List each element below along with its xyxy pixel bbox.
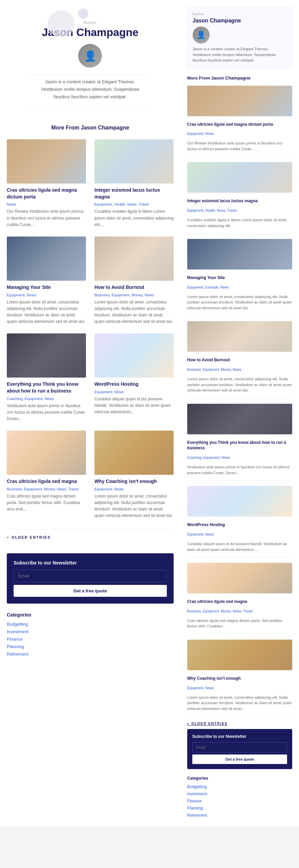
avatar-img: 👤 xyxy=(78,44,102,68)
sidebar-article-categories[interactable]: Business, Equipment, Money, News xyxy=(187,368,292,371)
sidebar-email-input[interactable] xyxy=(192,742,287,752)
article-excerpt: Curabitur sodales ligula in libero Lorem… xyxy=(94,208,174,228)
sidebar-article-title: Managing Your Site xyxy=(187,275,292,281)
decorative-bubble-1 xyxy=(48,10,75,37)
sidebar-newsletter-title: Subscribe to our Newsletter xyxy=(192,734,287,739)
sidebar-article-image xyxy=(187,86,292,116)
sidebar-categories: Categories Budgetting Investment Finance… xyxy=(187,776,292,818)
sidebar-category-link[interactable]: Budgetting xyxy=(187,784,207,789)
avatar: 👤 xyxy=(78,44,102,68)
sidebar-article-title: Cras ultricies ligula sed magna dictum p… xyxy=(187,122,292,127)
article-image xyxy=(7,333,86,378)
article-categories[interactable]: News xyxy=(7,202,86,206)
sidebar-article-categories[interactable]: Equipment, News xyxy=(187,533,292,536)
article-categories[interactable]: Equipment, News xyxy=(94,390,174,394)
sidebar-article: WordPress Hosting Equipment, News Curabi… xyxy=(187,486,292,558)
article-card: Why Coaching isn't enough Equipment, New… xyxy=(94,431,174,519)
newsletter-button[interactable]: Get a free quote xyxy=(14,585,167,597)
article-image xyxy=(7,237,86,281)
sidebar-more-from-title: More From Jason Champagne xyxy=(187,75,292,81)
categories-list: Budgetting Investment Finance Planning R… xyxy=(7,622,174,657)
sidebar-newsletter-button[interactable]: Get a free quote xyxy=(192,754,287,764)
category-link[interactable]: Planning xyxy=(7,644,24,649)
sidebar-article-excerpt: Curabitur aliquet quam id dui posuere bl… xyxy=(187,541,292,552)
email-input[interactable] xyxy=(14,570,167,582)
article-excerpt: Curabitur aliquet quam id dui posuere bl… xyxy=(94,396,174,416)
sidebar-article: How to Avoid Burnout Business, Equipment… xyxy=(187,321,292,398)
category-link[interactable]: Budgetting xyxy=(7,622,28,627)
article-excerpt: Our Review Vestibulum ante ipsum primus … xyxy=(7,208,86,228)
older-entries[interactable]: « OLDER ENTRIES xyxy=(7,529,174,545)
sidebar-article-excerpt: Lorem ipsum dolor sit amet, consectetur … xyxy=(187,376,292,393)
article-categories[interactable]: Equipment, News xyxy=(7,293,86,297)
sidebar-article-categories[interactable]: Equipment, News xyxy=(187,132,292,136)
sidebar-article-excerpt: Lorem ipsum dolor sit amet, consectetur … xyxy=(187,294,292,311)
sidebar-article-title: Why Coaching isn't enough xyxy=(187,676,292,681)
sidebar-article-image xyxy=(187,404,292,434)
newsletter-title: Subscribe to our Newsletter xyxy=(14,560,167,566)
article-card: Everything you Think you know about how … xyxy=(7,333,86,422)
list-item: Planning xyxy=(187,805,292,811)
list-item: Budgetting xyxy=(7,622,174,627)
article-image xyxy=(7,431,86,475)
sidebar-article-categories[interactable]: Equipment, News xyxy=(187,686,292,690)
article-excerpt: Lorem ipsum dolor sit amet, consectetur … xyxy=(94,493,174,519)
sidebar-article-excerpt: Cras ultricies ligula sed magna dictum p… xyxy=(187,618,292,629)
sidebar-older-entries-link[interactable]: « OLDER ENTRIES xyxy=(187,722,292,726)
sidebar-article: Managing Your Site Equipment, Example, N… xyxy=(187,239,292,316)
sidebar-article: Everything you Think you know about how … xyxy=(187,404,292,481)
article-categories[interactable]: Business, Equipment, Money, News, Travel xyxy=(7,487,86,491)
sidebar-article-image xyxy=(187,640,292,670)
article-title: Everything you Think you know about how … xyxy=(7,381,86,394)
article-image xyxy=(94,333,174,378)
list-item: Finance xyxy=(7,637,174,642)
article-card: Cras ultricies ligula sed magna Business… xyxy=(7,431,86,519)
articles-grid: Cras ultricies ligula sed magna dictum p… xyxy=(7,139,174,519)
sidebar-article: Integer euismod lacus luctus magna Equip… xyxy=(187,162,292,234)
sidebar-category-link[interactable]: Finance xyxy=(187,799,202,803)
sidebar-article-excerpt: Lorem ipsum dolor sit amet, consectetur … xyxy=(187,695,292,712)
sidebar-column: Author Jason Champagne 👤 Jason is a cont… xyxy=(184,7,292,820)
main-column: Author Jason Champagne 👤 Jason is a cont… xyxy=(7,7,184,820)
article-title: Integer euismod lacus luctus magna xyxy=(94,187,174,200)
page-wrapper: Author Jason Champagne 👤 Jason is a cont… xyxy=(0,0,299,827)
article-card: Managing Your Site Equipment, News Lorem… xyxy=(7,237,86,325)
sidebar-article-title: Cras ultricies ligula sed magna xyxy=(187,599,292,605)
sidebar-article-title: Everything you Think you know about how … xyxy=(187,440,292,451)
sidebar-article-categories[interactable]: Business, Equipment, Money, News, Travel xyxy=(187,609,292,613)
list-item: Investment xyxy=(7,629,174,635)
article-card: Cras ultricies ligula sed magna dictum p… xyxy=(7,139,86,228)
article-categories[interactable]: Coaching, Equipment, News xyxy=(7,397,86,401)
sidebar-article-title: Integer euismod lacus luctus magna xyxy=(187,198,292,204)
sidebar-author-bio: Jason is a content creator at Elegant Th… xyxy=(193,46,287,63)
category-link[interactable]: Finance xyxy=(7,637,22,642)
author-divider-2 xyxy=(29,107,152,108)
sidebar-article-categories[interactable]: Equipment, Example, News xyxy=(187,285,292,289)
author-header: Author Jason Champagne 👤 Jason is a cont… xyxy=(7,7,174,118)
sidebar-category-link[interactable]: Investment xyxy=(187,792,207,796)
content-area: Author Jason Champagne 👤 Jason is a cont… xyxy=(0,0,299,827)
older-entries-link[interactable]: OLDER ENTRIES xyxy=(12,535,51,539)
sidebar-article-categories[interactable]: Coaching, Equipment, News xyxy=(187,456,292,459)
sidebar-article-title: How to Avoid Burnout xyxy=(187,357,292,363)
sidebar-category-link[interactable]: Retirement xyxy=(187,813,207,818)
sidebar-article-image xyxy=(187,563,292,593)
article-excerpt: Vestibulum ante ipsum primis in faucibus… xyxy=(7,403,86,422)
decorative-bubble-2 xyxy=(78,8,88,19)
sidebar-author-box: Author Jason Champagne 👤 Jason is a cont… xyxy=(187,7,292,69)
category-link[interactable]: Retirement xyxy=(7,652,29,657)
article-card: How to Avoid Burnout Business, Equipment… xyxy=(94,237,174,325)
sidebar-categories-title: Categories xyxy=(187,776,292,781)
sidebar-category-link[interactable]: Planning xyxy=(187,806,203,811)
article-categories[interactable]: Business, Equipment, Money, News xyxy=(94,293,174,297)
article-image xyxy=(7,139,86,184)
article-card: Integer euismod lacus luctus magna Equip… xyxy=(94,139,174,228)
article-image xyxy=(94,139,174,184)
category-link[interactable]: Investment xyxy=(7,629,29,634)
article-categories[interactable]: Equipment, News xyxy=(94,487,174,491)
sidebar-article-excerpt: Curabitur sodales ligula in libero Lorem… xyxy=(187,217,292,228)
article-title: Cras ultricies ligula sed magna xyxy=(7,478,86,485)
sidebar-article-categories[interactable]: Equipment, Health, News, Travel xyxy=(187,209,292,212)
categories-title: Categories xyxy=(7,612,174,618)
article-categories[interactable]: Equipment, Health, News, Travel xyxy=(94,202,174,206)
